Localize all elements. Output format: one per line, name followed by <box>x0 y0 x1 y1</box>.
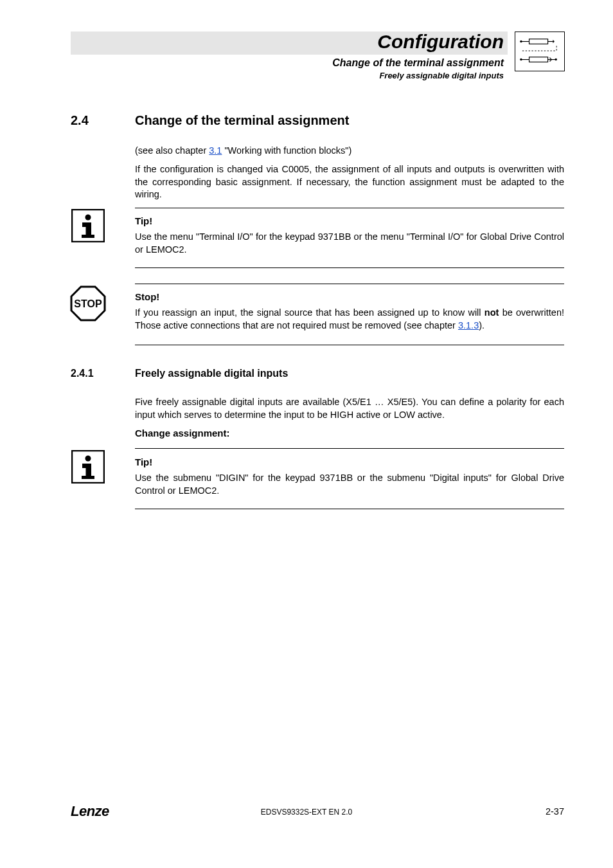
svg-point-23 <box>85 456 91 462</box>
divider <box>135 208 564 208</box>
stop-body: If you reassign an input, the signal sou… <box>135 307 564 332</box>
svg-rect-26 <box>82 476 94 479</box>
text-fragment: ). <box>479 320 484 330</box>
page-header-subtitle-1: Change of the terminal assignment <box>332 57 504 69</box>
footer-doc-id: EDSVS9332S-EXT EN 2.0 <box>0 808 613 817</box>
subsection-paragraph: Five freely assignable digital inputs ar… <box>135 396 564 421</box>
section-title: Change of the terminal assignment <box>135 113 349 128</box>
tip-title: Tip! <box>135 215 152 226</box>
block-diagram-icon <box>515 32 565 71</box>
divider <box>135 345 564 345</box>
info-icon <box>71 450 105 484</box>
intro-paragraph-2: If the configuration is changed via C000… <box>135 163 564 201</box>
stop-icon: STOP <box>69 285 107 322</box>
svg-point-2 <box>520 41 522 42</box>
chapter-link-3-1-3[interactable]: 3.1.3 <box>458 320 479 330</box>
svg-rect-8 <box>529 57 548 62</box>
info-icon <box>71 209 105 242</box>
chapter-link-3-1[interactable]: 3.1 <box>209 145 222 156</box>
svg-rect-0 <box>529 39 548 44</box>
text-fragment: If you reassign an input, the signal sou… <box>135 307 484 318</box>
svg-text:STOP: STOP <box>74 298 102 309</box>
change-assignment-label: Change assignment: <box>135 427 564 440</box>
divider <box>135 284 564 284</box>
section-number: 2.4 <box>71 113 89 128</box>
page-header-subtitle-2: Freely assignable digital inputs <box>379 71 504 80</box>
svg-point-12 <box>555 59 556 60</box>
subsection-number: 2.4.1 <box>71 368 94 379</box>
tip-body: Use the menu "Terminal I/O" for the keyp… <box>135 231 564 256</box>
svg-point-10 <box>520 59 522 60</box>
svg-rect-19 <box>82 235 94 238</box>
svg-rect-25 <box>86 464 92 478</box>
footer-page-number: 2-37 <box>546 806 564 817</box>
stop-title: Stop! <box>135 291 159 302</box>
svg-point-16 <box>85 215 91 221</box>
tip-title: Tip! <box>135 457 152 467</box>
page-header-title: Configuration <box>377 31 504 53</box>
divider <box>135 267 564 268</box>
divider <box>135 509 564 509</box>
tip-body: Use the submenu "DIGIN" for the keypad 9… <box>135 472 564 497</box>
text-fragment: "Working with function blocks") <box>222 145 351 156</box>
subsection-title: Freely assignable digital inputs <box>135 368 288 379</box>
divider <box>135 448 564 449</box>
text-bold: not <box>484 307 499 318</box>
intro-paragraph-1: (see also chapter 3.1 "Working with func… <box>135 145 564 158</box>
text-fragment: (see also chapter <box>135 145 209 156</box>
svg-rect-18 <box>86 222 92 237</box>
